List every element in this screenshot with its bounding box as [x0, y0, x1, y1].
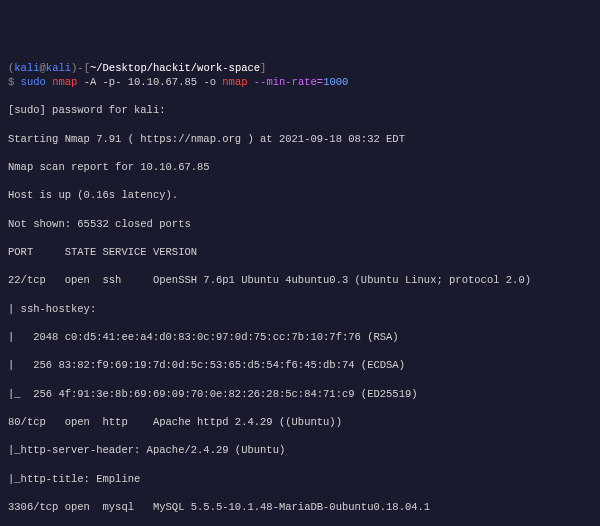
cmd-args1: -A -p- 10.10.67.85 -o — [77, 76, 222, 88]
output-line: Not shown: 65532 closed ports — [8, 217, 592, 231]
prompt-user: kali — [14, 62, 39, 74]
prompt-dollar: $ — [8, 76, 21, 88]
output-line: Starting Nmap 7.91 ( https://nmap.org ) … — [8, 132, 592, 146]
prompt-line[interactable]: (kali@kali)-[~/Desktop/hackit/work-space… — [8, 61, 592, 89]
prompt-host: kali — [46, 62, 71, 74]
output-line: |_http-title: Empline — [8, 472, 592, 486]
output-line: | 2048 c0:d5:41:ee:a4:d0:83:0c:97:0d:75:… — [8, 330, 592, 344]
output-line: |_ 256 4f:91:3e:8b:69:69:09:70:0e:82:26:… — [8, 387, 592, 401]
prompt-close: )-[ — [71, 62, 90, 74]
output-line: Nmap scan report for 10.10.67.85 — [8, 160, 592, 174]
output-line: 3306/tcp open mysql MySQL 5.5.5-10.1.48-… — [8, 500, 592, 514]
output-line: | ssh-hostkey: — [8, 302, 592, 316]
cmd-tool: nmap — [52, 76, 77, 88]
cmd-opt: --min-rate= — [248, 76, 324, 88]
output-line: |_http-server-header: Apache/2.4.29 (Ubu… — [8, 443, 592, 457]
cmd-out: nmap — [222, 76, 247, 88]
cmd-sudo: sudo — [21, 76, 46, 88]
output-line: [sudo] password for kali: — [8, 103, 592, 117]
cmd-optval: 1000 — [323, 76, 348, 88]
output-line: 80/tcp open http Apache httpd 2.4.29 ((U… — [8, 415, 592, 429]
prompt-path: ~/Desktop/hackit/work-space — [90, 62, 260, 74]
output-line: | 256 83:82:f9:69:19:7d:0d:5c:53:65:d5:5… — [8, 358, 592, 372]
prompt-close2: ] — [260, 62, 266, 74]
output-line: PORT STATE SERVICE VERSION — [8, 245, 592, 259]
output-line: 22/tcp open ssh OpenSSH 7.6p1 Ubuntu 4ub… — [8, 273, 592, 287]
output-line: Host is up (0.16s latency). — [8, 188, 592, 202]
